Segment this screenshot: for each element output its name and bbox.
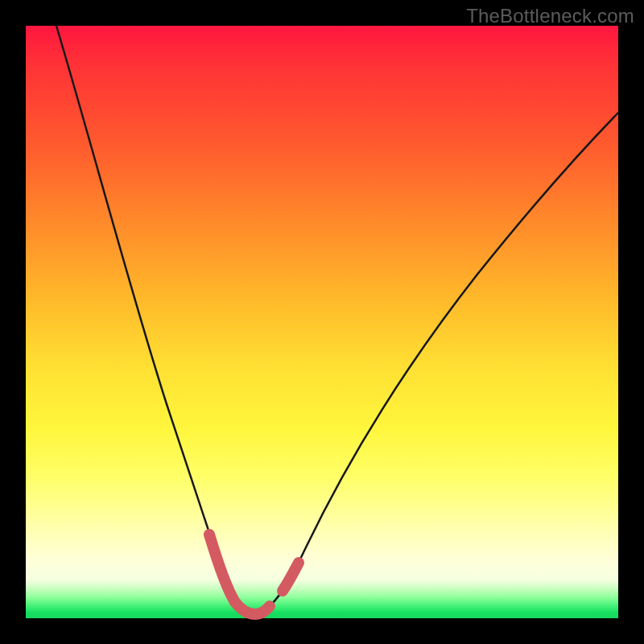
plot-area [26,26,618,618]
curve-layer [26,26,618,618]
highlight-left [209,535,270,614]
bottleneck-curve [56,26,618,614]
highlight-right [283,563,299,591]
watermark-text: TheBottleneck.com [466,5,634,27]
chart-frame: TheBottleneck.com [0,0,644,644]
